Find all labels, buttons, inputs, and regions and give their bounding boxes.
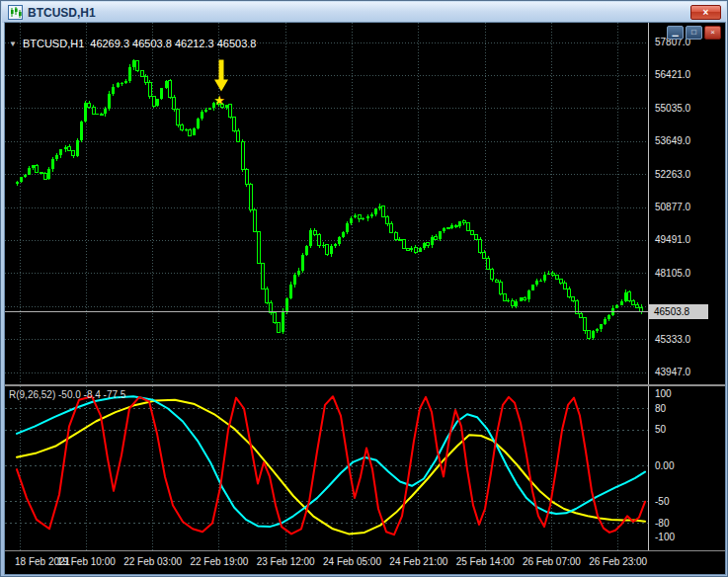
current-price-tag: 46503.8 <box>649 304 708 319</box>
time-axis-label: 22 Feb 19:00 <box>190 556 248 567</box>
oscillator-line-yellow <box>17 400 645 535</box>
price-axis-label: 43947.0 <box>655 367 690 377</box>
price-axis-label: 50877.0 <box>655 202 690 212</box>
price-axis-label: 49491.0 <box>655 234 690 245</box>
star-icon: ★ <box>213 93 225 108</box>
time-axis-label: 24 Feb 05:00 <box>323 556 381 567</box>
candlestick-plot[interactable]: ★ <box>5 23 648 384</box>
price-axis-label: 48105.0 <box>655 268 690 279</box>
time-axis-label: 25 Feb 14:00 <box>456 556 515 567</box>
mdi-minimize-button[interactable]: ▁ <box>667 26 684 40</box>
indicator-scale-label: 50 <box>655 424 666 435</box>
price-axis-label: 45333.0 <box>655 334 690 345</box>
time-axis-label: 26 Feb 07:00 <box>523 556 581 567</box>
indicator-scale-label: 80 <box>655 403 666 414</box>
indicator-scale-label: -100 <box>655 532 675 542</box>
time-axis[interactable]: 18 Feb 202119 Feb 10:0022 Feb 03:0022 Fe… <box>5 550 725 574</box>
price-axis-label: 52263.0 <box>655 169 690 180</box>
close-button[interactable]: × <box>690 5 721 20</box>
time-axis-label: 22 Feb 03:00 <box>123 556 182 567</box>
symbol-period-label: BTCUSD,H1 <box>23 38 84 49</box>
mdi-controls: ▁ □ × <box>667 26 721 40</box>
indicator-scale-label: 100 <box>655 388 672 399</box>
chevron-down-icon[interactable]: ▼ <box>9 40 17 48</box>
mdi-close-button[interactable]: × <box>704 26 721 40</box>
chart-icon <box>8 5 23 20</box>
grid <box>5 23 648 384</box>
indicator-scale-label: 0.00 <box>655 460 674 471</box>
price-axis-label: 56421.0 <box>655 69 690 80</box>
time-axis-label: 19 Feb 10:00 <box>57 556 116 567</box>
arrow-down-icon <box>214 60 228 92</box>
ohlc-values: 46269.3 46503.8 46212.3 46503.8 <box>90 38 256 49</box>
oscillator-line-aqua <box>17 396 645 527</box>
time-axis-label: 26 Feb 23:00 <box>589 556 647 567</box>
candles <box>16 59 643 340</box>
price-axis-label: 55035.0 <box>655 103 690 114</box>
mt4-chart-window: BTCUSD,H1 × ★ ▼ BTCUSD,H1 46269.3 46503.… <box>0 0 728 577</box>
panel-splitter[interactable] <box>5 384 725 386</box>
time-axis-label: 24 Feb 21:00 <box>389 556 447 567</box>
ohlc-header: ▼ BTCUSD,H1 46269.3 46503.8 46212.3 4650… <box>9 38 256 49</box>
mdi-restore-button[interactable]: □ <box>686 26 702 40</box>
window-title: BTCUSD,H1 <box>28 6 96 20</box>
indicator-scale-label: -50 <box>655 496 669 507</box>
indicator-scale-label: -80 <box>655 518 669 529</box>
chart-client-area: ★ ▼ BTCUSD,H1 46269.3 46503.8 46212.3 46… <box>5 23 725 574</box>
oscillator-plot[interactable] <box>5 386 648 550</box>
title-bar[interactable]: BTCUSD,H1 × <box>2 2 726 23</box>
indicator-header: R(9,26,52) -50.0 -8.4 -77.5 <box>9 389 125 400</box>
price-axis-label: 53649.0 <box>655 135 690 146</box>
price-axis[interactable]: 46503.8 57807.056421.055035.053649.05226… <box>648 23 725 550</box>
time-axis-label: 23 Feb 12:00 <box>257 556 315 567</box>
